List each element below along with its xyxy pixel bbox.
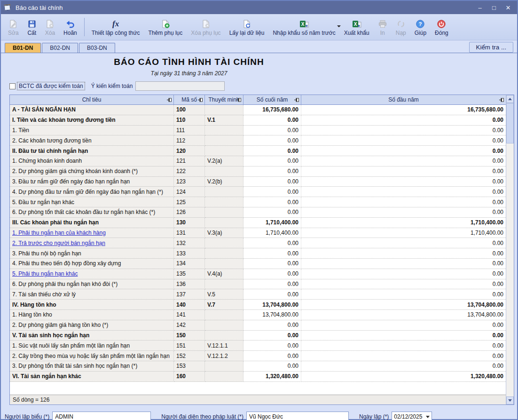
toolbar-button-xuat-khau[interactable]: XXuất khẩu xyxy=(340,15,374,39)
toolbar-button-label: Thêm phụ lục xyxy=(149,30,183,36)
toolbar-button-nap: Nạp xyxy=(392,15,410,39)
column-header-2[interactable]: Thuyết minh xyxy=(205,95,243,104)
row-code-cell: 100 xyxy=(174,105,205,115)
column-header-4[interactable]: Số đầu năm xyxy=(301,95,506,104)
row-code-cell: 130 xyxy=(174,218,205,228)
row-begin-value-cell: 0.00 xyxy=(301,197,506,207)
row-begin-value-cell: 0.00 xyxy=(301,269,506,279)
row-end-value-cell: 0.00 xyxy=(243,289,301,300)
date-picker[interactable]: 02/12/2025 xyxy=(392,412,432,420)
date-value: 02/12/2025 xyxy=(394,413,422,420)
row-label-cell: 2. Dự phòng giảm giá chứng khoán kinh do… xyxy=(10,166,174,177)
report-title: BÁO CÁO TÌNH HÌNH TÀI CHÍNH xyxy=(1,57,377,67)
row-label-cell: 7. Tài sản thiếu chờ xử lý xyxy=(10,289,174,300)
column-header-3[interactable]: Số cuối năm xyxy=(243,95,301,104)
table-row[interactable]: 1. Phải thu ngắn hạn của khách hàng131V.… xyxy=(10,228,506,238)
row-code-cell: 136 xyxy=(174,279,205,290)
preparer-label: Người lập biểu (*) xyxy=(5,413,49,420)
tab-b03-dn[interactable]: B03-DN xyxy=(79,43,115,53)
toolbar-button-nhap-khau-so-nam-truoc[interactable]: XNhập khẩu số năm trước xyxy=(268,15,339,39)
row-begin-value-cell: 0.00 xyxy=(301,289,506,300)
maximize-button[interactable]: □ xyxy=(488,3,500,12)
row-begin-value-cell: 0.00 xyxy=(301,341,506,351)
audit-opinion-input[interactable] xyxy=(135,81,225,91)
column-header-0[interactable]: Chỉ tiêu xyxy=(10,95,174,104)
table-row[interactable]: 2. Trả trước cho người bán ngắn hạn1320.… xyxy=(10,238,506,248)
refresh-icon xyxy=(396,18,406,29)
table-row: 1. Tiền1110.000.00 xyxy=(10,126,506,136)
toolbar-button-them-phu-luc[interactable]: Thêm phụ lục xyxy=(144,15,187,39)
app-icon xyxy=(4,4,12,11)
row-note-cell xyxy=(205,105,243,115)
row-label-cell: 4. Dự phòng đầu tư nắm giữ đến ngày đáo … xyxy=(10,187,174,197)
row-label-cell: A - TÀI SẢN NGẮN HẠN xyxy=(10,105,174,115)
scrollbar-thumb[interactable] xyxy=(506,103,514,143)
pin-icon[interactable] xyxy=(167,97,172,104)
row-note-cell xyxy=(205,310,243,320)
row-end-value-cell: 0.00 xyxy=(243,279,301,290)
chevron-down-icon[interactable] xyxy=(426,416,430,418)
audited-checkbox[interactable] xyxy=(9,83,16,89)
scroll-up-button[interactable] xyxy=(506,95,514,103)
table-row: I. Tiền và các khoản tương đương tiền110… xyxy=(10,115,506,126)
row-end-value-cell: 1,320,480.00 xyxy=(243,372,301,382)
preparer-input[interactable]: ADMIN xyxy=(52,412,151,420)
close-button[interactable]: ✕ xyxy=(502,3,514,12)
tab-b01-dn[interactable]: B01-DN xyxy=(5,43,41,53)
table-row: 2. Dự phòng giảm giá hàng tồn kho (*)142… xyxy=(10,320,506,331)
toolbar-button-label: Xuất khẩu xyxy=(344,30,369,36)
toolbar-button-dong[interactable]: Đóng xyxy=(431,15,453,39)
pin-icon[interactable] xyxy=(198,97,203,104)
toolbar-button-giup[interactable]: ?Giúp xyxy=(410,15,431,39)
help-circle-icon: ? xyxy=(416,18,425,29)
table-row: 1. Chứng khoán kinh doanh121V.2(a)0.000.… xyxy=(10,156,506,166)
row-note-cell xyxy=(205,279,243,290)
row-label-cell[interactable]: 1. Phải thu ngắn hạn của khách hàng xyxy=(10,228,174,238)
toolbar-button-label: In xyxy=(380,30,385,36)
tab-b02-dn[interactable]: B02-DN xyxy=(42,43,78,53)
page-refresh-icon xyxy=(242,18,251,29)
row-code-cell: 110 xyxy=(174,115,205,126)
row-code-cell: 134 xyxy=(174,259,205,269)
toolbar-button-cat[interactable]: Cất xyxy=(23,15,41,39)
audit-row: BCTC đã được kiểm toán Ý kiến kiểm toán xyxy=(9,81,517,91)
row-end-value-cell: 0.00 xyxy=(243,177,301,187)
minimize-button[interactable]: – xyxy=(474,3,486,12)
column-header-1[interactable]: Mã số xyxy=(174,95,205,104)
toolbar-button-thiet-lap-cong-thuc[interactable]: fxThiết lập công thức xyxy=(87,15,144,39)
toolbar-separator xyxy=(84,18,85,36)
row-code-cell: 124 xyxy=(174,187,205,197)
audited-checkbox-label[interactable]: BCTC đã được kiểm toán xyxy=(17,82,85,90)
table-row: 4. Dự phòng đầu tư nắm giữ đến ngày đáo … xyxy=(10,187,506,197)
row-code-cell: 122 xyxy=(174,166,205,177)
toolbar-button-hoan[interactable]: Hoãn xyxy=(59,15,81,39)
pin-icon[interactable] xyxy=(499,97,504,104)
scroll-down-button[interactable] xyxy=(506,396,514,404)
row-label-cell[interactable]: 2. Trả trước cho người bán ngắn hạn xyxy=(10,238,174,248)
row-code-cell: 142 xyxy=(174,320,205,331)
table-row[interactable]: 5. Phải thu ngắn hạn khác135V.4(a)0.000.… xyxy=(10,269,506,279)
vertical-scrollbar[interactable] xyxy=(506,95,514,404)
toolbar: SửaCấtXóaHoãnfxThiết lập công thứcThêm p… xyxy=(1,14,517,40)
row-note-cell xyxy=(205,197,243,207)
row-begin-value-cell: 0.00 xyxy=(301,126,506,136)
row-note-cell: V.12.1.2 xyxy=(205,351,243,361)
table-row: 7. Tài sản thiếu chờ xử lý137V.50.000.00 xyxy=(10,289,506,300)
scrollbar-track[interactable] xyxy=(506,143,514,396)
table-row: 1. Súc vật nuôi lấy sản phẩm một lần ngắ… xyxy=(10,341,506,351)
row-label-cell: 1. Chứng khoán kinh doanh xyxy=(10,156,174,166)
row-end-value-cell: 0.00 xyxy=(243,248,301,259)
row-label-cell: 2. Dự phòng giảm giá hàng tồn kho (*) xyxy=(10,320,174,331)
toolbar-button-lay-lai-du-lieu[interactable]: Lấy lại dữ liệu xyxy=(225,15,269,39)
row-note-cell xyxy=(205,187,243,197)
pin-icon[interactable] xyxy=(294,97,299,104)
date-label: Ngày lập (*) xyxy=(359,413,389,420)
pin-icon[interactable] xyxy=(236,97,242,104)
row-note-cell: V.2(a) xyxy=(205,156,243,166)
row-code-cell: 141 xyxy=(174,310,205,320)
check-button[interactable]: Kiểm tra ... xyxy=(469,42,513,53)
toolbar-button-xoa: Xóa xyxy=(41,15,59,39)
representative-input[interactable]: Vũ Ngọc Đức xyxy=(246,412,349,420)
table-row: 6. Dự phòng phải thu ngắn hạn khó đòi (*… xyxy=(10,279,506,290)
row-label-cell[interactable]: 5. Phải thu ngắn hạn khác xyxy=(10,269,174,279)
